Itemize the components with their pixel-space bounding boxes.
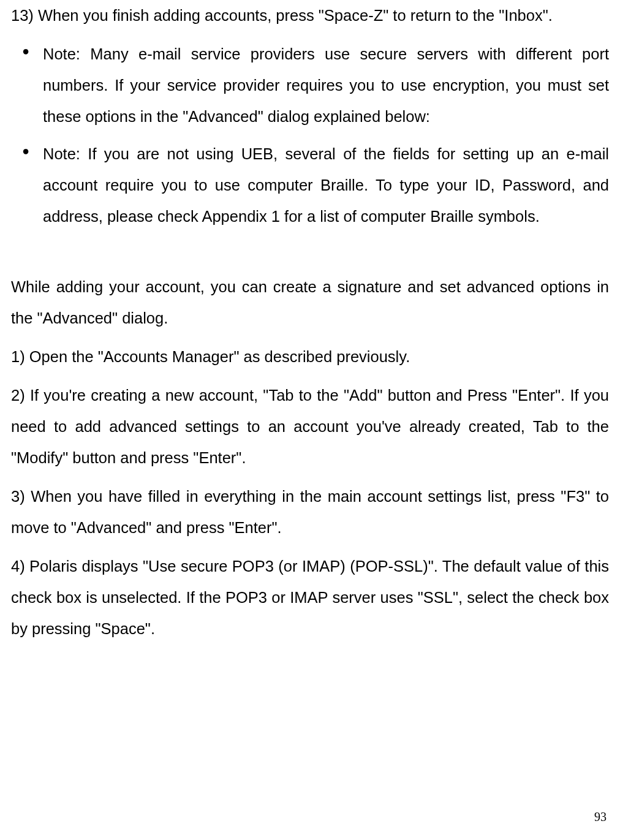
paragraph-step-13: 13) When you finish adding accounts, pre…: [11, 0, 609, 31]
paragraph-step-3: 3) When you have filled in everything in…: [11, 481, 609, 543]
paragraph-step-1: 1) Open the "Accounts Manager" as descri…: [11, 341, 609, 373]
paragraph-intro: While adding your account, you can creat…: [11, 271, 609, 334]
note-bullet-2: Note: If you are not using UEB, several …: [11, 138, 609, 232]
paragraph-step-4: 4) Polaris displays "Use secure POP3 (or…: [11, 551, 609, 645]
notes-list: Note: Many e-mail service providers use …: [11, 39, 609, 232]
section-spacer: [11, 238, 609, 271]
page-number: 93: [594, 804, 607, 829]
note-bullet-1: Note: Many e-mail service providers use …: [11, 39, 609, 132]
paragraph-step-2: 2) If you're creating a new account, "Ta…: [11, 380, 609, 474]
